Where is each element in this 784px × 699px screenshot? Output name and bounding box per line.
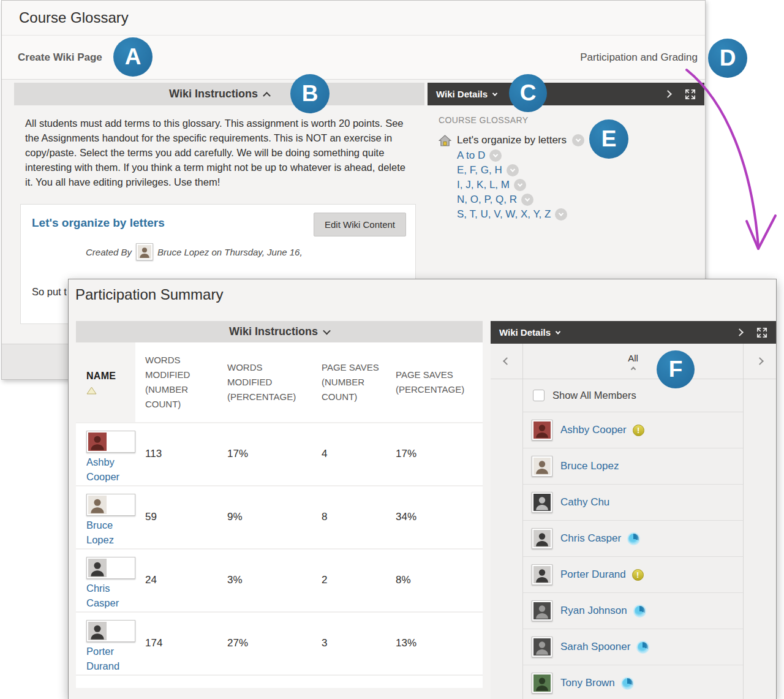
member-link[interactable]: Cathy Chu [560, 496, 609, 508]
avatar [532, 600, 552, 621]
table-name-cell: Ashby Cooper [76, 423, 135, 485]
column-header-name[interactable]: NAME [76, 342, 135, 422]
callout-badge-b: B [290, 74, 330, 113]
table-cell: 174 [135, 613, 216, 674]
column-header[interactable]: WORDS MODIFIED (NUMBER COUNT) [135, 342, 216, 422]
collapse-panel-icon[interactable] [737, 330, 742, 335]
member-link[interactable]: Porter Durand [560, 569, 626, 581]
table-cell: 9% [216, 486, 312, 548]
created-by-line: Created By Bruce Lopez on Thursday, June… [86, 243, 404, 260]
participation-table: NAME WORDS MODIFIED (NUMBER COUNT) WORDS… [76, 342, 483, 688]
chevron-down-icon[interactable] [521, 194, 533, 206]
show-all-members-checkbox[interactable] [533, 390, 545, 401]
avatar [86, 431, 135, 453]
filter-selected-value: All [628, 353, 638, 363]
wiki-instructions-header-overlay[interactable]: Wiki Instructions [76, 321, 483, 342]
warning-icon: ! [632, 569, 644, 581]
member-row: Tony Brown [523, 665, 743, 699]
chevron-down-icon [492, 91, 497, 96]
create-wiki-page-button[interactable]: Create Wiki Page [18, 51, 102, 64]
member-link[interactable]: Ryan Johnson [560, 605, 627, 617]
chevron-down-icon[interactable] [489, 149, 502, 162]
wiki-page-link[interactable]: I, J, K, L, M [457, 178, 510, 191]
member-link[interactable]: Bruce Lopez [560, 460, 619, 472]
wiki-page-link[interactable]: E, F, G, H [457, 164, 502, 176]
member-row: Ryan Johnson [523, 593, 743, 629]
member-row: Sarah Spooner [523, 629, 743, 665]
column-header[interactable]: WORDS MODIFIED (PERCENTAGE) [216, 342, 312, 422]
member-list: Ashby Cooper!Bruce LopezCathy ChuChris C… [523, 412, 743, 699]
avatar-image [533, 421, 551, 439]
filter-selector[interactable]: All [523, 344, 743, 379]
next-page-button[interactable] [744, 344, 776, 379]
avatar-image [88, 559, 107, 577]
callout-badge-c: C [509, 74, 547, 112]
member-link[interactable]: Tony Brown [560, 677, 615, 689]
page-title: Course Glossary [19, 9, 129, 26]
avatar [532, 673, 552, 693]
member-row: Chris Casper [523, 521, 743, 557]
collapse-panel-icon[interactable] [665, 91, 671, 97]
avatar [86, 620, 135, 642]
tree-page-item: A to D [457, 149, 693, 162]
wiki-pages-tree: COURSE GLOSSARY Let's organize by letter… [428, 105, 704, 221]
callout-badge-f: F [657, 350, 695, 388]
member-link[interactable]: Chris Casper [560, 532, 621, 545]
participation-and-grading-link[interactable]: Participation and Grading [580, 51, 698, 64]
table-header-row: NAME WORDS MODIFIED (NUMBER COUNT) WORDS… [76, 342, 483, 422]
chevron-down-icon[interactable] [572, 134, 584, 146]
member-link[interactable]: Chris Casper [86, 581, 127, 610]
edit-wiki-content-button[interactable]: Edit Wiki Content [314, 213, 406, 236]
avatar [532, 528, 552, 549]
wiki-page-link[interactable]: A to D [457, 149, 485, 162]
avatar [532, 564, 552, 585]
chevron-down-icon[interactable] [514, 179, 526, 191]
member-link[interactable]: Porter Durand [86, 644, 127, 673]
chevron-down-icon[interactable] [555, 208, 567, 221]
show-all-members-label: Show All Members [552, 390, 636, 401]
home-icon [439, 135, 451, 146]
avatar [86, 494, 135, 516]
participation-summary-title: Participation Summary [69, 279, 776, 321]
chevron-up-icon [263, 92, 271, 100]
wiki-instructions-header[interactable]: Wiki Instructions [14, 83, 424, 105]
wiki-page-link[interactable]: N, O, P, Q, R [457, 193, 517, 206]
wiki-details-title[interactable]: Wiki Details [436, 89, 488, 99]
table-cell: 3% [216, 550, 312, 611]
pie-chart-icon [621, 677, 634, 690]
chevron-down-icon[interactable] [507, 164, 519, 176]
wiki-home-page-link[interactable]: Let's organize by letters [457, 134, 567, 146]
course-glossary-label: COURSE GLOSSARY [439, 115, 693, 125]
table-name-cell: Porter Durand [76, 613, 135, 674]
member-link[interactable]: Ashby Cooper [86, 455, 127, 484]
previous-page-button[interactable] [491, 344, 522, 379]
member-link[interactable]: Sarah Spooner [560, 641, 630, 653]
wiki-details-title[interactable]: Wiki Details [499, 327, 551, 338]
wiki-instructions-text: All students must add terms to this glos… [25, 116, 411, 189]
table-name-cell: Chris Casper [76, 550, 135, 611]
table-row: Chris Casper243%28% [76, 548, 483, 611]
table-cell: 8 [312, 486, 388, 548]
expand-icon[interactable] [756, 327, 767, 338]
pie-chart-icon [627, 532, 640, 545]
column-header[interactable]: PAGE SAVES (NUMBER COUNT) [312, 342, 388, 422]
expand-icon[interactable] [685, 89, 696, 100]
wiki-page-link[interactable]: S, T, U, V, W, X, Y, Z [457, 208, 551, 221]
members-panel-main: All Show All Members Ashby Cooper!Bruce … [523, 344, 743, 699]
table-name-cell: Bruce Lopez [76, 486, 135, 548]
table-cell: 13% [388, 613, 483, 674]
column-header[interactable]: PAGE SAVES (PERCENTAGE) [388, 342, 483, 422]
table-cell: 59 [135, 486, 216, 548]
tree-page-item: S, T, U, V, W, X, Y, Z [457, 208, 693, 221]
member-link[interactable]: Ashby Cooper [560, 424, 627, 436]
sort-ascending-icon [86, 387, 135, 395]
pie-chart-icon [636, 641, 649, 654]
avatar-image [533, 458, 551, 475]
page-title-bar: Course Glossary [2, 1, 705, 36]
wiki-instructions-title: Wiki Instructions [169, 88, 258, 100]
table-row-partial [76, 674, 483, 688]
pager-right-strip [743, 344, 776, 699]
member-link[interactable]: Bruce Lopez [86, 518, 127, 547]
avatar-image [88, 496, 107, 514]
show-all-members-row: Show All Members [523, 379, 743, 412]
